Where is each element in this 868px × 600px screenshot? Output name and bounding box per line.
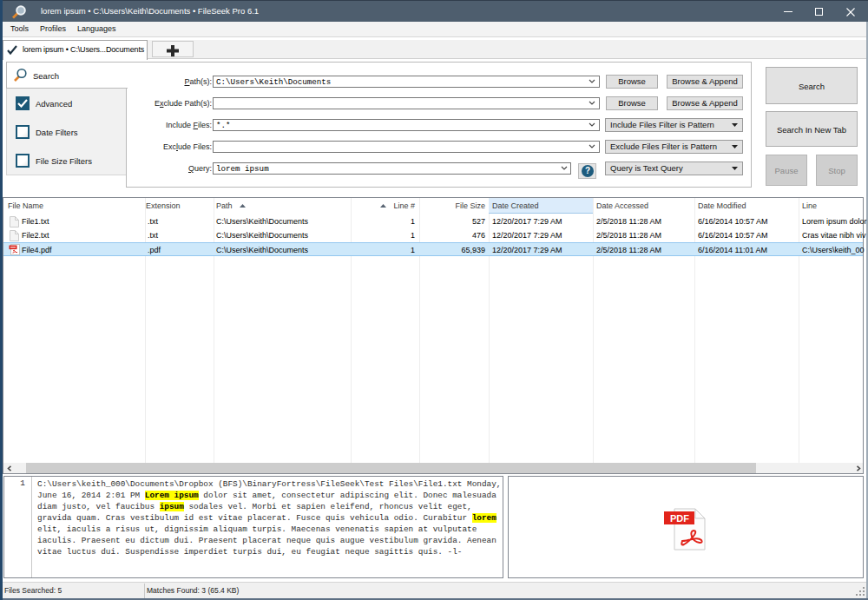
svg-text:PDF: PDF [670, 513, 689, 524]
